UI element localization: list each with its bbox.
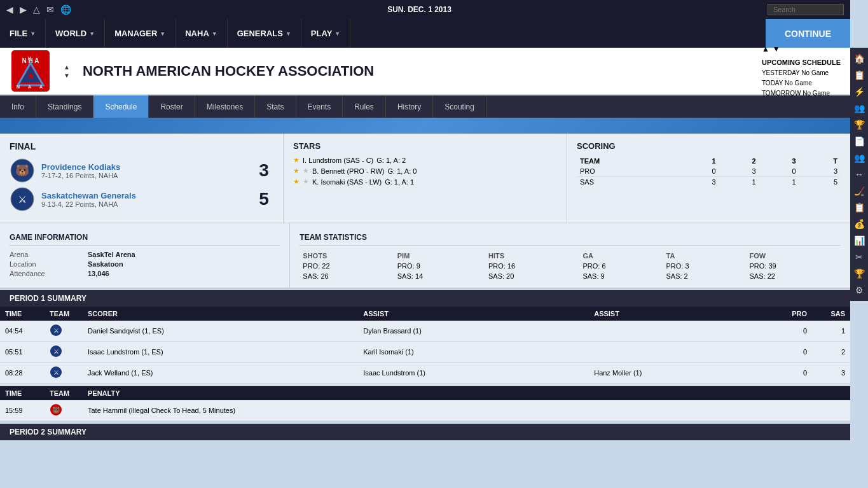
world-arrow-icon: ▼ bbox=[89, 31, 95, 37]
away-team-name[interactable]: Saskatchewan Generals bbox=[41, 191, 248, 200]
team-stats-table: SHOTS PIM HITS GA TA FOW PRO: 22 bbox=[300, 251, 841, 281]
goal-2-team: ⚔ bbox=[45, 342, 83, 363]
stars-header: STARS bbox=[293, 141, 557, 151]
sidebar-cup-icon[interactable]: 🏆 bbox=[851, 266, 867, 281]
tab-stats[interactable]: Stats bbox=[255, 95, 296, 118]
home-team-score: 3 bbox=[254, 160, 273, 181]
pen-col-time: TIME bbox=[0, 386, 45, 400]
stats-col-fow: FOW bbox=[747, 251, 841, 261]
mail-icon[interactable]: ✉ bbox=[46, 4, 54, 15]
sidebar-users-icon[interactable]: 👥 bbox=[851, 101, 867, 116]
tab-info[interactable]: Info bbox=[0, 95, 36, 118]
tab-roster[interactable]: Roster bbox=[149, 95, 195, 118]
stats-pro-ga: PRO: 6 bbox=[579, 261, 663, 271]
star-row-2: ★ ★ B. Bennett (PRO - RW) G: 1, A: 0 bbox=[293, 167, 557, 175]
forward-icon[interactable]: ▶ bbox=[20, 4, 27, 15]
nav-arrows[interactable]: ◀ ▶ △ ✉ 🌐 bbox=[6, 4, 71, 15]
period1-penalties-table: TIME TEAM PENALTY 15:59 🐻 Tate Hammil (I… bbox=[0, 386, 850, 421]
home-team-record: 7-17-2, 16 Points, NAHA bbox=[41, 172, 248, 179]
sidebar-gear-icon[interactable]: ⚙ bbox=[851, 282, 867, 298]
stats-sas-hits: SAS: 20 bbox=[485, 271, 579, 281]
goal-2-scorer: Isaac Lundstrom (1, ES) bbox=[83, 342, 358, 363]
home-icon[interactable]: △ bbox=[33, 4, 40, 15]
col-pro: PRO bbox=[774, 307, 812, 321]
stats-pro-fow: PRO: 39 bbox=[747, 261, 841, 271]
back-icon[interactable]: ◀ bbox=[6, 4, 13, 15]
stats-col-ta: TA bbox=[663, 251, 746, 261]
nav-down-icon[interactable]: ▼ bbox=[64, 72, 70, 79]
sidebar-chart-icon[interactable]: 📊 bbox=[851, 233, 867, 248]
tab-standings[interactable]: Standings bbox=[36, 95, 93, 118]
tab-bar: Info Standings Schedule Roster Milestone… bbox=[0, 95, 850, 118]
goal-1-pro: 0 bbox=[774, 321, 812, 342]
nav-up-icon[interactable]: ▲ bbox=[64, 64, 70, 71]
scoring-sas-team: SAS bbox=[577, 177, 679, 188]
scoring-pro-p2: 3 bbox=[719, 166, 759, 177]
period2-section: PERIOD 2 SUMMARY bbox=[0, 424, 850, 440]
sidebar-swap-icon[interactable]: ↔ bbox=[851, 167, 867, 182]
period1-section: PERIOD 1 SUMMARY TIME TEAM SCORER ASSIST… bbox=[0, 290, 850, 421]
sidebar-clipboard-icon[interactable]: 📋 bbox=[851, 67, 867, 83]
nav-manager[interactable]: MANAGER ▼ bbox=[105, 19, 176, 48]
search-input[interactable] bbox=[768, 4, 844, 15]
svg-text:⚔: ⚔ bbox=[53, 369, 59, 376]
goal-1-sas: 1 bbox=[812, 321, 850, 342]
svg-text:⚔: ⚔ bbox=[53, 348, 59, 355]
nav-generals[interactable]: GENERALS ▼ bbox=[228, 19, 301, 48]
stats-pro-hits: PRO: 16 bbox=[485, 261, 579, 271]
sidebar-people-icon[interactable]: 👥 bbox=[851, 150, 867, 165]
sidebar-list-icon[interactable]: 📋 bbox=[851, 200, 867, 215]
game-info-header: GAME INFORMATION bbox=[10, 230, 280, 246]
sidebar-scissors-icon[interactable]: ✂ bbox=[851, 249, 867, 265]
goal-row-1: 04:54 ⚔ Daniel Sandqvist (1, ES) Dylan B… bbox=[0, 321, 850, 342]
tab-events[interactable]: Events bbox=[296, 95, 343, 118]
nav-play[interactable]: PLAY ▼ bbox=[301, 19, 350, 48]
schedule-up-icon[interactable]: ▲ bbox=[762, 43, 769, 55]
sidebar-hockey-icon[interactable]: 🏒 bbox=[851, 183, 867, 199]
tab-schedule[interactable]: Schedule bbox=[93, 95, 149, 118]
tab-history[interactable]: History bbox=[386, 95, 433, 118]
sidebar-doc-icon[interactable]: 📄 bbox=[851, 134, 867, 149]
col-assist1: ASSIST bbox=[358, 307, 589, 321]
period1-goals-table: TIME TEAM SCORER ASSIST ASSIST PRO SAS 0… bbox=[0, 307, 850, 384]
tab-rules[interactable]: Rules bbox=[343, 95, 386, 118]
yesterday-schedule: YESTERDAY No Game bbox=[762, 68, 841, 78]
sidebar-flash-icon[interactable]: ⚡ bbox=[851, 84, 867, 99]
stats-col-pim: PIM bbox=[394, 251, 485, 261]
nav-world[interactable]: WORLD ▼ bbox=[46, 19, 105, 48]
star-2-stats: G: 1, A: 0 bbox=[388, 167, 417, 175]
home-team-name[interactable]: Providence Kodiaks bbox=[41, 162, 248, 172]
sidebar-trophy-icon[interactable]: 🏆 bbox=[851, 117, 867, 132]
league-title: NORTH AMERICAN HOCKEY ASSOCIATION bbox=[83, 63, 752, 80]
nav-file[interactable]: FILE ▼ bbox=[0, 19, 46, 48]
col-time: TIME bbox=[0, 307, 45, 321]
globe-icon[interactable]: 🌐 bbox=[60, 4, 71, 15]
scoring-col-1: 1 bbox=[679, 156, 719, 166]
schedule-down-icon[interactable]: ▼ bbox=[773, 43, 780, 55]
nav-naha[interactable]: NAHA ▼ bbox=[176, 19, 227, 48]
league-nav-arrows[interactable]: ▲ ▼ bbox=[64, 64, 70, 79]
tab-milestones[interactable]: Milestones bbox=[195, 95, 255, 118]
current-date: SUN. DEC. 1 2013 bbox=[81, 5, 758, 14]
star-3-name: K. Isomaki (SAS - LW) bbox=[312, 178, 382, 186]
tab-scouting[interactable]: Scouting bbox=[433, 95, 486, 118]
star-row-1: ★ I. Lundstrom (SAS - C) G: 1, A: 2 bbox=[293, 156, 557, 164]
scoring-sas-total: 5 bbox=[799, 177, 841, 188]
svg-text:N: N bbox=[17, 85, 20, 89]
attendance-value: 13,046 bbox=[88, 270, 280, 277]
star-row-3: ★ ★ K. Isomaki (SAS - LW) G: 1, A: 1 bbox=[293, 178, 557, 186]
star-gold-icon-2: ★ bbox=[293, 167, 300, 175]
away-team-record: 9-13-4, 22 Points, NAHA bbox=[41, 200, 248, 208]
period1-header: PERIOD 1 SUMMARY bbox=[0, 290, 850, 307]
goal-2-sas: 2 bbox=[812, 342, 850, 363]
svg-text:★: ★ bbox=[27, 72, 34, 81]
schedule-nav[interactable]: ▲ ▼ bbox=[762, 43, 841, 55]
location-value: Saskatoon bbox=[88, 260, 280, 268]
away-team-logo: ⚔ bbox=[10, 186, 35, 212]
stats-row-sas: SAS: 26 SAS: 14 SAS: 20 SAS: 9 SAS: 2 SA… bbox=[300, 271, 841, 281]
sidebar-home-icon[interactable]: 🏠 bbox=[851, 51, 867, 66]
stats-col-ga: GA bbox=[579, 251, 663, 261]
right-sidebar: 🏠 📋 ⚡ 👥 🏆 📄 👥 ↔ 🏒 📋 💰 📊 ✂ 🏆 ⚙ bbox=[850, 48, 868, 301]
location-label: Location bbox=[10, 260, 86, 268]
sidebar-dollar-icon[interactable]: 💰 bbox=[851, 216, 867, 232]
